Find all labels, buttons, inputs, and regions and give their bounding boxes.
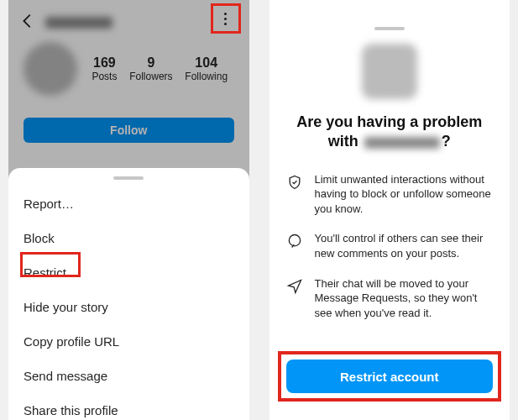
highlight-kebab bbox=[211, 3, 241, 34]
info-text-3: Their chat will be moved to your Message… bbox=[315, 276, 494, 321]
info-list: Limit unwanted interactions without havi… bbox=[286, 172, 494, 320]
stat-posts-num: 169 bbox=[92, 55, 117, 71]
info-text-2: You'll control if others can see their n… bbox=[315, 231, 494, 260]
stat-posts-label: Posts bbox=[92, 71, 117, 82]
info-row-shield: Limit unwanted interactions without havi… bbox=[286, 172, 494, 217]
comment-icon bbox=[286, 233, 303, 249]
avatar bbox=[362, 44, 417, 99]
info-row-send: Their chat will be moved to your Message… bbox=[286, 276, 494, 321]
title-suffix: ? bbox=[442, 133, 451, 150]
options-sheet: Report… Block Restrict Hide your story C… bbox=[8, 168, 249, 420]
profile-screen: 169 Posts 9 Followers 104 Following Foll… bbox=[8, 0, 249, 420]
avatar[interactable] bbox=[24, 42, 77, 96]
stat-followers[interactable]: 9 Followers bbox=[129, 55, 172, 82]
highlight-restrict-button bbox=[278, 351, 502, 402]
title-username bbox=[364, 137, 440, 149]
profile-username bbox=[45, 17, 112, 29]
follow-button[interactable]: Follow bbox=[24, 118, 234, 143]
menu-block[interactable]: Block bbox=[8, 221, 249, 255]
menu-hide-story[interactable]: Hide your story bbox=[8, 290, 249, 324]
info-row-comment: You'll control if others can see their n… bbox=[286, 231, 494, 260]
send-icon bbox=[286, 278, 303, 295]
restrict-title: Are you having a problem with ? bbox=[286, 113, 494, 152]
stat-followers-num: 9 bbox=[129, 55, 172, 71]
menu-share-profile[interactable]: Share this profile bbox=[8, 393, 249, 420]
restrict-screen: Are you having a problem with ? Limit un… bbox=[269, 0, 510, 420]
svg-point-0 bbox=[289, 235, 300, 246]
shield-icon bbox=[286, 174, 303, 191]
highlight-restrict bbox=[20, 252, 81, 277]
sheet-handle[interactable] bbox=[113, 176, 144, 180]
stat-following-num: 104 bbox=[185, 55, 228, 71]
stats-row: 169 Posts 9 Followers 104 Following bbox=[86, 55, 234, 82]
stat-posts[interactable]: 169 Posts bbox=[92, 55, 117, 82]
stat-following-label: Following bbox=[185, 71, 228, 82]
info-text-1: Limit unwanted interactions without havi… bbox=[315, 172, 494, 217]
back-icon[interactable] bbox=[18, 12, 37, 34]
menu-report[interactable]: Report… bbox=[8, 186, 249, 221]
profile-header: 169 Posts 9 Followers 104 Following bbox=[8, 42, 249, 96]
stat-following[interactable]: 104 Following bbox=[185, 55, 228, 82]
restrict-sheet: Are you having a problem with ? Limit un… bbox=[269, 17, 510, 420]
menu-send-message[interactable]: Send message bbox=[8, 359, 249, 393]
stat-followers-label: Followers bbox=[129, 71, 172, 82]
menu-copy-url[interactable]: Copy profile URL bbox=[8, 324, 249, 359]
sheet-handle[interactable] bbox=[374, 27, 405, 30]
